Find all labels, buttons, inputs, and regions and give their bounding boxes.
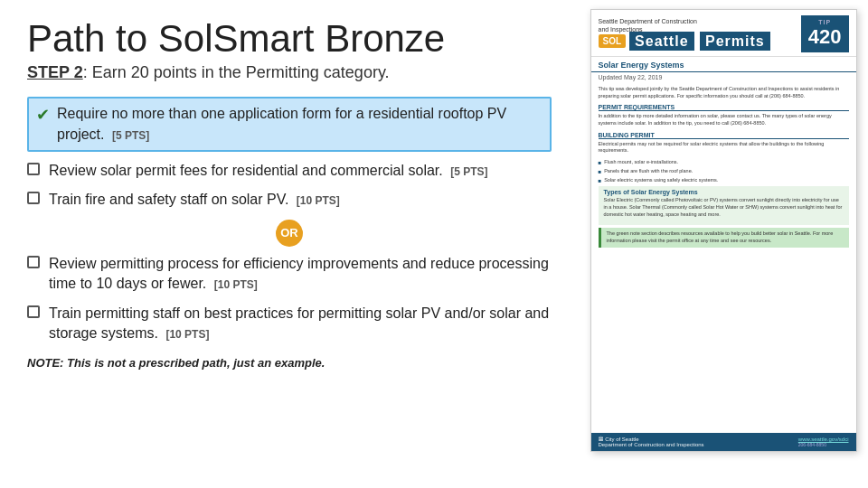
- doc-date: Updated May 22, 2019: [591, 72, 856, 82]
- checkbox-icon-4: [27, 256, 40, 268]
- doc-number-badge: TIP 420: [801, 15, 849, 52]
- main-container: Path to SolSmart Bronze STEP 2: Earn 20 …: [0, 0, 868, 488]
- bullet-dot-3: ■: [599, 178, 602, 183]
- checklist-top: ✔ Require no more than one application f…: [27, 97, 552, 211]
- footer-dept: Department of Construction and Inspectio…: [599, 442, 704, 447]
- doc-section-building-permit: Building Permit: [599, 132, 849, 139]
- sol-badge: SOL: [599, 34, 627, 48]
- doc-permit-req-text: In addition to the tip more detailed inf…: [599, 113, 849, 127]
- checklist-item-4-text: Review permitting process for efficiency…: [49, 254, 552, 295]
- left-panel: Path to SolSmart Bronze STEP 2: Earn 20 …: [0, 0, 579, 488]
- doc-bullet-2: ■ Panels that are flush with the roof pl…: [599, 168, 849, 175]
- doc-building-permit-text: Electrical permits may not be required f…: [599, 141, 849, 155]
- doc-number: 420: [808, 25, 842, 49]
- checklist-item-5-text: Train permitting staff on best practices…: [49, 304, 552, 344]
- doc-body: This tip was developed jointly by the Se…: [591, 82, 856, 433]
- checklist-item-5: Train permitting staff on best practices…: [27, 304, 552, 344]
- doc-section-permit-req: PERMIT REQUIREMENTS: [599, 104, 849, 111]
- points-badge-3: [10 PTS]: [297, 194, 340, 207]
- points-badge-5: [10 PTS]: [165, 328, 209, 341]
- doc-bullet-3: ■ Solar electric systems using safely el…: [599, 177, 849, 184]
- doc-logo-area: SOL Seattle Permits: [599, 33, 770, 50]
- doc-preview: Seattle Department of Constructionand In…: [590, 9, 857, 452]
- checklist-item-2-text: Review solar permit fees for residential…: [49, 161, 488, 181]
- bullet-dot-2: ■: [599, 169, 602, 174]
- points-badge-1: [5 PTS]: [112, 129, 149, 142]
- step-label: STEP 2: [27, 63, 83, 81]
- checklist-item-2: Review solar permit fees for residential…: [27, 161, 552, 181]
- doc-intro-text: This tip was developed jointly by the Se…: [599, 86, 849, 99]
- types-section: Types of Solar Energy Systems Solar Elec…: [599, 186, 849, 225]
- checklist-item-4: Review permitting process for efficiency…: [27, 254, 552, 295]
- checklist-bottom: Review permitting process for efficiency…: [27, 254, 552, 344]
- or-circle: OR: [276, 220, 303, 247]
- or-divider: OR: [27, 220, 552, 247]
- tip-label: TIP: [818, 19, 831, 25]
- doc-bullet-1: ■ Flush mount, solar e-installations.: [599, 159, 849, 166]
- checklist-item-1: ✔ Require no more than one application f…: [27, 97, 552, 152]
- types-title: Types of Solar Energy Systems: [604, 189, 844, 195]
- footer-right: www.seattle.gov/sdci 206-684-8850: [798, 436, 849, 447]
- doc-header: Seattle Department of Constructionand In…: [591, 10, 856, 57]
- bullet-text-2: Panels that are flush with the roof plan…: [604, 168, 693, 175]
- doc-solar-title: Solar Energy Systems: [591, 57, 856, 72]
- checkbox-icon-2: [27, 163, 40, 175]
- green-note-text: The green note section describes resourc…: [607, 230, 844, 244]
- checklist-item-1-text: Require no more than one application for…: [57, 104, 542, 145]
- page-title: Path to SolSmart Bronze: [27, 18, 552, 60]
- points-badge-4: [10 PTS]: [214, 278, 258, 291]
- checklist-item-3-text: Train fire and safety staff on solar PV.…: [49, 190, 340, 210]
- bullet-text-1: Flush mount, solar e-installations.: [604, 159, 678, 166]
- checkmark-icon-1: ✔: [36, 104, 50, 127]
- right-panel: Seattle Department of Constructionand In…: [579, 0, 868, 488]
- bullet-dot-1: ■: [599, 160, 602, 165]
- permits-word: Permits: [700, 32, 770, 51]
- doc-footer-logo: 🏛 City of Seattle Department of Construc…: [599, 436, 704, 447]
- seattle-permits-badge: Seattle Permits: [629, 33, 770, 50]
- step-text: : Earn 20 points in the Permitting categ…: [83, 63, 390, 81]
- checkbox-icon-5: [27, 305, 40, 318]
- checklist-item-3: Train fire and safety staff on solar PV.…: [27, 190, 552, 210]
- points-badge-2: [5 PTS]: [450, 165, 487, 178]
- types-text: Solar Electric (Commonly called Photovol…: [604, 197, 844, 218]
- footer-phone: 206-684-8850: [798, 442, 849, 447]
- doc-header-left: Seattle Department of Constructionand In…: [599, 18, 770, 50]
- step-heading: STEP 2: Earn 20 points in the Permitting…: [27, 63, 552, 82]
- green-note: The green note section describes resourc…: [599, 228, 849, 247]
- doc-footer: 🏛 City of Seattle Department of Construc…: [591, 433, 856, 451]
- note-text: NOTE: This is not a prescribed path, jus…: [27, 356, 552, 370]
- bullet-text-3: Solar electric systems using safely elec…: [604, 177, 718, 184]
- seattle-word: Seattle: [629, 32, 693, 51]
- checkbox-icon-3: [27, 192, 40, 204]
